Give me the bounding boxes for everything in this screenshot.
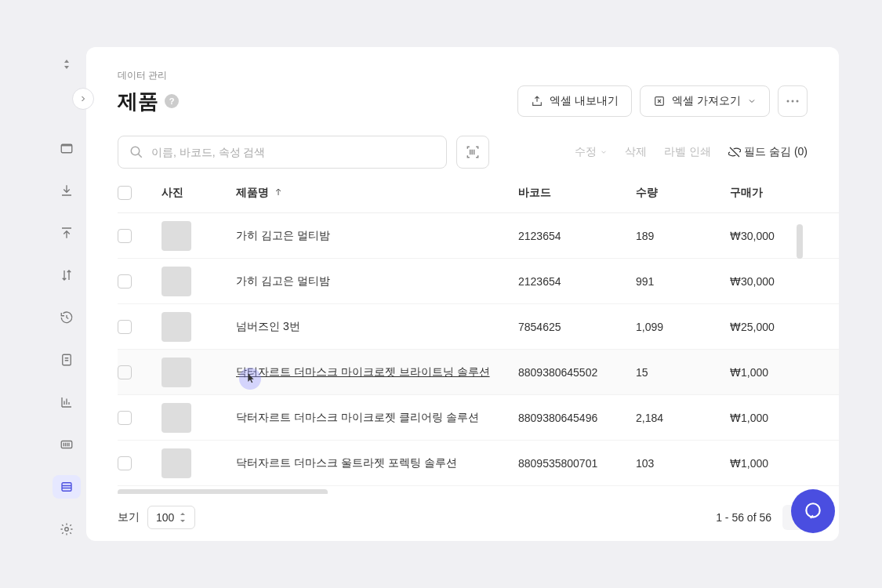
product-price: ₩1,000 bbox=[730, 412, 824, 424]
footer: 보기 100 1 - 56 of 56 bbox=[118, 494, 839, 541]
table-row[interactable]: 닥터자르트 더마스크 마이크로젯 클리어링 솔루션88093806454962,… bbox=[118, 395, 839, 441]
col-name[interactable]: 제품명 bbox=[236, 186, 518, 200]
page-title-text: 제품 bbox=[118, 88, 158, 115]
product-barcode: 8809380645496 bbox=[518, 412, 636, 424]
product-thumb bbox=[162, 312, 191, 342]
product-price: ₩30,000 bbox=[730, 275, 824, 288]
sidebar-toggle[interactable] bbox=[72, 88, 94, 110]
sidebar-item-box[interactable] bbox=[53, 136, 81, 159]
row-checkbox[interactable] bbox=[118, 274, 132, 289]
product-qty: 15 bbox=[636, 366, 730, 379]
chat-fab[interactable] bbox=[791, 489, 835, 533]
scan-icon bbox=[465, 144, 481, 160]
search-box[interactable] bbox=[118, 136, 447, 169]
col-barcode[interactable]: 바코드 bbox=[518, 186, 636, 200]
sidebar bbox=[47, 47, 86, 541]
row-checkbox[interactable] bbox=[118, 229, 132, 243]
label-print-action[interactable]: 라벨 인쇄 bbox=[664, 145, 711, 159]
table-row[interactable]: 가히 김고은 멀티밤2123654189₩30,000 bbox=[118, 213, 839, 259]
product-thumb bbox=[162, 358, 191, 387]
svg-rect-1 bbox=[63, 354, 71, 365]
sidebar-item-list[interactable] bbox=[53, 475, 81, 499]
product-barcode: 2123654 bbox=[518, 230, 636, 242]
vertical-scrollbar[interactable] bbox=[797, 224, 803, 259]
svg-point-9 bbox=[131, 147, 140, 155]
eye-off-icon bbox=[728, 146, 741, 158]
horizontal-scrollbar[interactable] bbox=[118, 489, 328, 494]
search-input[interactable] bbox=[151, 146, 435, 158]
product-name: 닥터자르트 더마스크 마이크로젯 클리어링 솔루션 bbox=[236, 411, 479, 425]
pagination-text: 1 - 56 of 56 bbox=[716, 511, 771, 524]
product-qty: 2,184 bbox=[636, 412, 730, 424]
product-barcode: 8809535800701 bbox=[518, 457, 636, 470]
sidebar-item-settings[interactable] bbox=[53, 517, 81, 541]
product-barcode: 8809380645502 bbox=[518, 366, 636, 379]
product-qty: 991 bbox=[636, 275, 730, 288]
row-checkbox[interactable] bbox=[118, 365, 132, 379]
scan-button[interactable] bbox=[456, 136, 489, 169]
export-button[interactable]: 엑셀 내보내기 bbox=[517, 85, 632, 117]
hide-fields-action[interactable]: 필드 숨김 (0) bbox=[728, 145, 808, 159]
row-checkbox[interactable] bbox=[118, 411, 132, 425]
chevron-down-icon bbox=[600, 148, 608, 156]
product-name: 닥터자르트 더마스크 마이크로젯 브라이트닝 솔루션 bbox=[236, 365, 490, 379]
chat-icon bbox=[803, 501, 823, 521]
header-row: 제품 ? 엑셀 내보내기 엑셀 가져오기 bbox=[118, 85, 839, 117]
product-thumb bbox=[162, 448, 191, 478]
toolbar-row: 수정 삭제 라벨 인쇄 필드 숨김 (0) bbox=[118, 136, 839, 169]
table-row[interactable]: 가히 김고은 멀티밤2123654991₩30,000 bbox=[118, 259, 839, 304]
page-size-value: 100 bbox=[156, 511, 174, 524]
export-icon bbox=[531, 95, 543, 107]
checkbox-all[interactable] bbox=[118, 186, 132, 200]
product-qty: 103 bbox=[636, 457, 730, 470]
sidebar-item-history[interactable] bbox=[53, 306, 81, 329]
table-row[interactable]: 넘버즈인 3번78546251,099₩25,000 bbox=[118, 304, 839, 350]
label-print-label: 라벨 인쇄 bbox=[664, 145, 711, 159]
row-checkbox[interactable] bbox=[118, 320, 132, 334]
header-buttons: 엑셀 내보내기 엑셀 가져오기 bbox=[517, 85, 808, 117]
svg-rect-2 bbox=[61, 441, 72, 448]
svg-point-6 bbox=[787, 100, 789, 103]
product-name: 가히 김고은 멀티밤 bbox=[236, 274, 330, 289]
view-label: 보기 bbox=[118, 510, 140, 524]
select-icon bbox=[179, 512, 187, 523]
cursor-indicator bbox=[239, 368, 261, 390]
col-price[interactable]: 구매가 bbox=[730, 186, 824, 200]
product-name: 넘버즈인 3번 bbox=[236, 320, 300, 334]
table-body: 가히 김고은 멀티밤2123654189₩30,000가히 김고은 멀티밤212… bbox=[118, 213, 839, 486]
col-name-label: 제품명 bbox=[236, 186, 269, 200]
breadcrumb: 데이터 관리 bbox=[118, 69, 839, 82]
sidebar-item-swap[interactable] bbox=[53, 263, 81, 287]
excel-icon bbox=[653, 95, 666, 107]
sidebar-item-doc[interactable] bbox=[53, 348, 81, 372]
page-size-select[interactable]: 100 bbox=[147, 506, 195, 529]
chevron-down-icon bbox=[747, 96, 757, 106]
sort-icon[interactable] bbox=[57, 56, 76, 72]
help-icon[interactable]: ? bbox=[165, 94, 179, 108]
toolbar-actions: 수정 삭제 라벨 인쇄 필드 숨김 (0) bbox=[575, 145, 808, 159]
sidebar-item-upload[interactable] bbox=[53, 221, 81, 245]
table-row[interactable]: 닥터자르트 더마스크 마이크로젯 브라이트닝 솔루션88093806455021… bbox=[118, 350, 839, 395]
sidebar-item-barcode[interactable] bbox=[53, 433, 81, 456]
svg-point-4 bbox=[65, 528, 69, 532]
col-qty[interactable]: 수량 bbox=[636, 186, 730, 200]
edit-action[interactable]: 수정 bbox=[575, 145, 608, 159]
col-photo[interactable]: 사진 bbox=[162, 186, 236, 200]
product-price: ₩1,000 bbox=[730, 457, 824, 470]
delete-label: 삭제 bbox=[625, 145, 647, 159]
svg-point-7 bbox=[792, 100, 794, 103]
delete-action[interactable]: 삭제 bbox=[625, 145, 647, 159]
import-button[interactable]: 엑셀 가져오기 bbox=[640, 85, 770, 117]
more-button[interactable] bbox=[778, 85, 808, 117]
svg-rect-3 bbox=[62, 483, 71, 492]
product-barcode: 7854625 bbox=[518, 321, 636, 333]
table-row[interactable]: 닥터자르트 더마스크 울트라젯 포렉팅 솔루션8809535800701103₩… bbox=[118, 441, 839, 486]
sidebar-item-chart[interactable] bbox=[53, 390, 81, 414]
row-checkbox[interactable] bbox=[118, 456, 132, 470]
sidebar-item-download[interactable] bbox=[53, 178, 81, 201]
edit-label: 수정 bbox=[575, 145, 597, 159]
search-icon bbox=[129, 145, 143, 159]
product-qty: 189 bbox=[636, 230, 730, 242]
product-name: 닥터자르트 더마스크 울트라젯 포렉팅 솔루션 bbox=[236, 456, 457, 470]
table: 사진 제품명 바코드 수량 구매가 가히 김고은 멀티밤2123654189₩3… bbox=[118, 186, 839, 494]
